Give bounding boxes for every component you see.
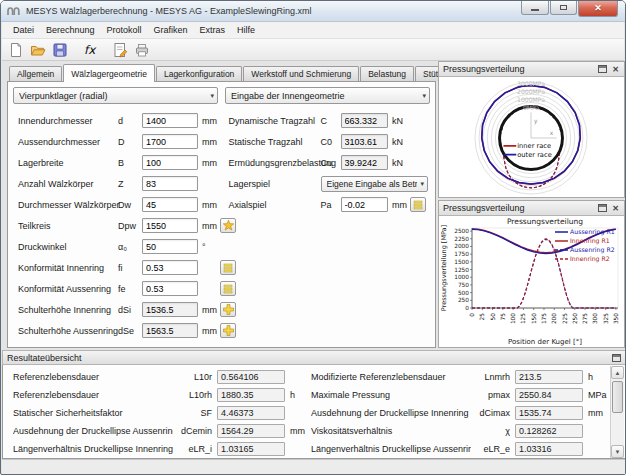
menubar: Datei Berechnung Protokoll Grafiken Extr… [2,22,624,39]
svg-text:Aussenring R2: Aussenring R2 [570,246,615,254]
conformity-outer-input[interactable] [142,281,198,296]
menu-hilfe[interactable]: Hilfe [231,23,261,37]
report-icon [112,42,128,58]
svg-text:225: 225 [562,313,568,324]
form-row: Lagerbreite B mm [11,152,222,173]
menu-extras[interactable]: Extras [194,23,232,37]
menu-datei[interactable]: Datei [7,23,40,37]
menu-protokoll[interactable]: Protokoll [101,23,148,37]
panel-header[interactable]: Pressungsverteilung ✕ [439,201,624,216]
result-value: 1880.35 [217,388,285,402]
result-value: 0.564106 [217,370,285,384]
svg-text:Innenring R2: Innenring R2 [570,255,610,263]
chevron-down-icon: ▾ [419,92,426,100]
float-icon[interactable] [611,353,622,363]
print-button[interactable] [131,40,153,60]
clearance-select[interactable]: Eigene Eingabe als Betriebsspiel ▾ [321,176,429,192]
panel-title: Pressungsverteilung [443,64,595,74]
float-icon[interactable] [597,64,608,74]
form-row: Konformität Aussenring fe [11,278,222,299]
formula-button[interactable]: fx [79,40,101,60]
outer-diameter-input[interactable] [142,134,198,149]
toolbar: fx [2,39,624,61]
minimize-button[interactable] [521,1,549,15]
bearing-type-select[interactable]: Vierpunktlager (radial) ▾ [13,87,218,104]
window-title: MESYS Wälzlagerberechnung - MESYS AG - E… [26,6,312,16]
svg-text:1750: 1750 [454,251,469,257]
close-button[interactable]: ✕ [578,1,618,17]
tab-allgemein[interactable]: Allgemein [9,66,62,81]
svg-text:2000MPa: 2000MPa [517,88,545,95]
close-icon[interactable]: ✕ [610,64,621,74]
result-value: 1.03165 [217,442,285,456]
rolling-element-count-input[interactable] [142,176,198,191]
form-row: Anzahl Wälzkörper Z [11,173,222,194]
result-value: 1564.29 [217,424,285,438]
result-row: Längenverhältnis Druckellipse Innenring … [3,440,609,458]
results-panel: Resultateübersicht Referenzlebensdauer L… [2,350,626,459]
svg-text:2000: 2000 [454,243,469,249]
tab-waelzlagergeometrie[interactable]: Wälzlagergeometrie [63,64,155,82]
print-icon [134,42,150,58]
results-scrollbar[interactable]: ▲ ▼ [610,366,624,458]
pitch-diameter-input[interactable] [142,218,198,233]
svg-text:y: y [534,118,538,125]
maximize-button[interactable] [550,1,577,15]
fatigue-load-field [341,155,389,170]
static-capacity-field [341,134,389,149]
open-file-button[interactable] [27,40,49,60]
maximize-icon [560,5,567,10]
form-row: Schulterhöhe Aussenring dSe mm [11,320,222,341]
axial-clearance-options-button[interactable] [410,197,426,212]
close-icon[interactable]: ✕ [610,203,621,213]
inner-diameter-input[interactable] [142,113,198,128]
results-title: Resultateübersicht [7,353,609,363]
formula-fx-icon: fx [82,42,98,58]
panel-header[interactable]: Pressungsverteilung ✕ [439,62,624,77]
tab-belastung[interactable]: Belastung [360,66,414,81]
svg-text:x: x [550,130,554,136]
form-row: Teilkreis Dpw mm [11,215,222,236]
form-row: Druckwinkel α₀ ° [11,236,222,257]
new-file-icon [8,42,24,58]
main-area: Allgemein Wälzlagergeometrie Lagerkonfig… [2,61,626,474]
scroll-down-button[interactable]: ▼ [611,445,624,458]
svg-text:3000MPa: 3000MPa [517,80,545,87]
scroll-up-button[interactable]: ▲ [611,366,624,379]
menu-grafiken[interactable]: Grafiken [148,23,194,37]
svg-text:Position der Kugel [°]: Position der Kugel [°] [508,338,582,346]
new-file-button[interactable] [5,40,27,60]
float-icon[interactable] [597,203,608,213]
contact-angle-input[interactable] [142,239,198,254]
result-row: Referenzlebensdauer L10r 0.564106 Modifi… [3,368,609,386]
axial-clearance-input[interactable] [341,197,389,212]
chevron-down-icon: ▾ [207,92,214,100]
svg-text:175: 175 [541,313,547,324]
menu-berechnung[interactable]: Berechnung [40,23,101,37]
svg-text:1250: 1250 [454,267,469,273]
result-row: Statischer Sicherheitsfaktor SF 4.46373 … [3,404,609,422]
result-value: 2550.84 [515,388,583,402]
save-button[interactable] [49,40,71,60]
results-header[interactable]: Resultateübersicht [2,350,626,365]
conformity-inner-input[interactable] [142,260,198,275]
panel-title: Pressungsverteilung [443,203,595,213]
titlebar[interactable]: MESYS Wälzlagerberechnung - MESYS AG - E… [1,1,625,22]
report-button[interactable] [109,40,131,60]
scrollbar-thumb[interactable] [612,381,623,413]
bearing-width-input[interactable] [142,155,198,170]
svg-text:500: 500 [458,290,469,296]
svg-text:300: 300 [592,313,598,324]
svg-text:0: 0 [465,305,469,311]
geometry-input-select[interactable]: Eingabe der Innengeometrie ▾ [225,87,430,104]
statusbar [2,459,626,474]
svg-text:250: 250 [572,313,578,324]
pressure-line-svg: 0250500750100012501500175020002250250002… [439,216,624,347]
tab-werkstoff-schmierung[interactable]: Werkstoff und Schmierung [243,66,359,81]
tab-lagerkonfiguration[interactable]: Lagerkonfiguration [156,66,242,81]
pressure-polar-panel: Pressungsverteilung ✕ yx3000MPa2000MPa10… [438,61,625,198]
svg-text:25: 25 [479,313,485,321]
rolling-element-diameter-input[interactable] [142,197,198,212]
form-row: Aussendurchmesser D mm [11,131,222,152]
svg-text:325: 325 [603,313,609,324]
